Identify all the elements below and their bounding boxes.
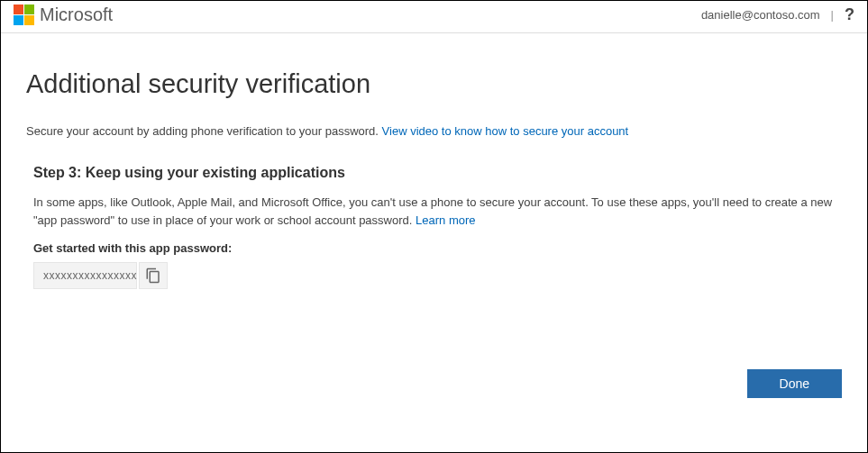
page-title: Additional security verification <box>26 69 842 99</box>
header-right: danielle@contoso.com | ? <box>701 5 854 24</box>
page-subtext: Secure your account by adding phone veri… <box>26 124 842 138</box>
step-description: In some apps, like Outlook, Apple Mail, … <box>33 194 835 229</box>
microsoft-logo-icon <box>14 5 34 25</box>
brand-name: Microsoft <box>40 5 113 25</box>
subtext-prefix: Secure your account by adding phone veri… <box>26 124 382 138</box>
app-password-label: Get started with this app password: <box>33 241 835 255</box>
step-title: Step 3: Keep using your existing applica… <box>33 165 835 181</box>
main-content: Additional security verification Secure … <box>1 33 867 289</box>
header-divider: | <box>831 8 834 22</box>
learn-more-link[interactable]: Learn more <box>416 213 475 227</box>
help-button[interactable]: ? <box>845 5 854 24</box>
copy-icon <box>145 267 161 284</box>
copy-password-button[interactable] <box>139 262 168 289</box>
user-email: danielle@contoso.com <box>701 8 820 22</box>
app-password-value: xxxxxxxxxxxxxxxx <box>33 262 137 289</box>
video-link[interactable]: View video to know how to secure your ac… <box>382 124 629 138</box>
footer-actions: Done <box>747 369 842 398</box>
step-section: Step 3: Keep using your existing applica… <box>26 165 842 289</box>
done-button[interactable]: Done <box>747 369 842 398</box>
header-bar: Microsoft danielle@contoso.com | ? <box>1 1 867 33</box>
app-password-row: xxxxxxxxxxxxxxxx <box>33 262 835 289</box>
brand: Microsoft <box>14 5 113 25</box>
